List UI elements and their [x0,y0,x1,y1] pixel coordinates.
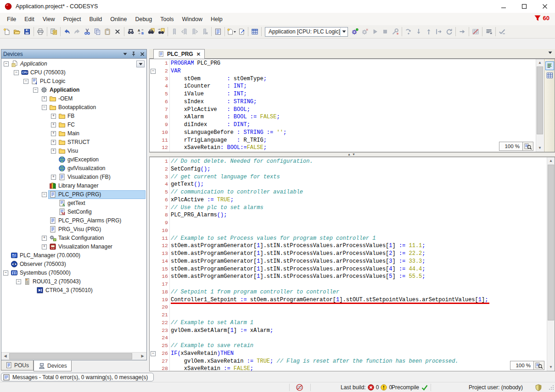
paste-button[interactable] [102,27,112,37]
menu-item-view[interactable]: View [39,14,59,24]
redo-button[interactable] [72,27,82,37]
tab-list-dropdown-icon[interactable] [548,51,552,54]
minimize-button[interactable] [493,0,514,13]
code-line-23[interactable]: 23gvlOem.axSetAlarm[1] := xAlarm; [150,327,546,335]
zoom-level[interactable]: 100 % [510,361,534,370]
code-line-7[interactable]: 7// Use the plc to set alarms [150,204,546,212]
expand-icon[interactable]: + [51,140,56,145]
code-line-11[interactable]: 11// Example to set Process values for p… [150,235,546,243]
fold-collapse-icon[interactable]: − [151,69,156,74]
tree-item-fc[interactable]: +FC [1,121,146,129]
expand-icon[interactable]: + [42,244,47,249]
collapse-icon[interactable]: − [3,271,8,276]
menu-item-edit[interactable]: Edit [20,14,39,24]
menu-item-help[interactable]: Help [207,14,227,24]
code-line-25[interactable]: 25// Example to save retain [150,342,546,350]
code-line-20[interactable]: 20 [150,304,546,311]
code-line-6[interactable]: 6xPlcActive := TRUE; [150,196,546,204]
flow-control-button[interactable] [497,27,507,37]
pending-changes-indicator[interactable]: 60 [534,15,549,22]
menu-item-build[interactable]: Build [85,14,106,24]
tree-item-struct[interactable]: +STRUCT [1,138,146,147]
menu-item-online[interactable]: Online [106,14,131,24]
code-line-8[interactable]: 8 xAlarm : BOOL := FALSE; [150,113,535,121]
force-values-button[interactable] [471,27,481,37]
new-project-button[interactable] [2,27,12,37]
tree-item-setconfig[interactable]: MSetConfig [1,208,146,216]
code-line-2[interactable]: −2VAR [150,67,535,75]
code-line-7[interactable]: 7 xPlcActive : BOOL; [150,106,535,114]
tree-item-cpu-705003[interactable]: −CPUCPU (705003) [1,68,146,77]
code-line-9[interactable]: 9 diIndex : DINT; [150,121,535,129]
menu-item-tools[interactable]: Tools [156,14,178,24]
collapse-icon[interactable]: − [16,279,21,284]
undo-button[interactable] [62,27,72,37]
messages-window-button[interactable]: Messages - Total 0 error(s), 0 warning(s… [1,373,154,381]
collapse-icon[interactable]: − [42,105,47,110]
scrollbar-thumb[interactable] [548,165,554,320]
tree-item-visualization-fb[interactable]: +Visualization (FB) [1,173,146,182]
code-line-22[interactable]: 22// Example to set Alarm 1 [150,319,546,327]
collapse-icon[interactable]: − [23,79,28,84]
code-line-3[interactable]: 3 stOem : stOemType; [150,75,535,83]
scrollbar-thumb[interactable] [9,353,132,359]
bookmark-next-button[interactable] [190,27,200,37]
close-button[interactable] [534,0,555,13]
menu-item-project[interactable]: Project [59,14,85,24]
bookmark-clear-button[interactable] [200,27,210,37]
expand-icon[interactable]: + [42,236,47,241]
code-line-5[interactable]: 5// communication to controller availabl… [150,188,546,196]
zoom-level[interactable]: 100 % [499,142,523,151]
print-button[interactable] [35,27,45,37]
fold-collapse-icon[interactable]: − [151,351,156,356]
step-over-button[interactable] [404,27,414,37]
scroll-left-arrow[interactable]: ◀ [1,353,9,359]
login-button[interactable] [350,27,360,37]
expand-icon[interactable]: + [42,96,47,101]
code-line-4[interactable]: 4getText(); [150,181,546,188]
tree-item-application[interactable]: −Application [1,60,146,68]
run-to-cursor-button[interactable] [434,27,444,37]
code-line-4[interactable]: 4 iCounter : INT; [150,83,535,90]
bookmark-prev-button[interactable] [179,27,190,37]
tree-item-library-manager[interactable]: Library Manager [1,182,146,190]
find-in-project-button[interactable] [146,27,156,37]
build-button[interactable] [250,27,260,37]
scrollbar-thumb[interactable] [537,66,543,134]
editor-splitter[interactable]: ▲▼ [149,152,555,157]
zoom-button[interactable] [523,142,533,151]
tree-item-gettext[interactable]: AgetText [1,199,146,208]
code-line-10[interactable]: 10 [150,227,546,235]
menu-item-window[interactable]: Window [178,14,206,24]
tree-item-application[interactable]: −Application [1,86,146,94]
panel-close-icon[interactable] [140,52,145,56]
tab-plc-prg[interactable]: PLC_PRG ✕ [153,49,205,59]
maximize-button[interactable] [514,0,534,13]
zoom-button[interactable] [534,361,544,370]
declaration-scrollbar[interactable]: ▲ ▼ [536,59,544,152]
cut-button[interactable] [82,27,92,37]
code-line-2[interactable]: 2SetConfig(); [150,166,546,173]
tab-close-icon[interactable]: ✕ [196,51,201,57]
collapse-icon[interactable]: − [42,192,47,197]
expand-icon[interactable]: + [51,114,56,119]
stop-button[interactable] [380,27,390,37]
code-line-11[interactable]: 11 rTrigLanguage : R_TRIG; [150,137,535,144]
devices-horizontal-scrollbar[interactable]: ◀ ▶ [1,352,146,360]
resize-grip[interactable] [549,382,554,392]
tree-item-plc-prg-alarms-prg[interactable]: PLC_PRG_Alarms (PRG) [1,216,146,225]
menu-item-debug[interactable]: Debug [131,14,156,24]
code-line-19[interactable]: 19Controller1_Setpoint := stOem.astProgr… [150,296,546,304]
active-application-dropdown[interactable] [136,61,145,67]
open-project-button[interactable] [12,27,22,37]
display-mode-button[interactable] [484,27,494,37]
tree-item-visu[interactable]: +Visu [1,147,146,155]
active-application-combobox[interactable]: Application [CPU: PLC Logic] [265,27,348,37]
tree-item-ctr04-3-705010[interactable]: CTR04_3 (705010) [1,286,146,295]
edit-object-button[interactable] [236,27,247,37]
find-button[interactable] [126,27,136,37]
code-line-24[interactable]: 24 [150,334,546,342]
collapse-icon[interactable]: − [33,88,38,93]
menu-item-file[interactable]: File [3,14,20,24]
tree-item-observer-705003[interactable]: Observer (705003) [1,260,146,269]
